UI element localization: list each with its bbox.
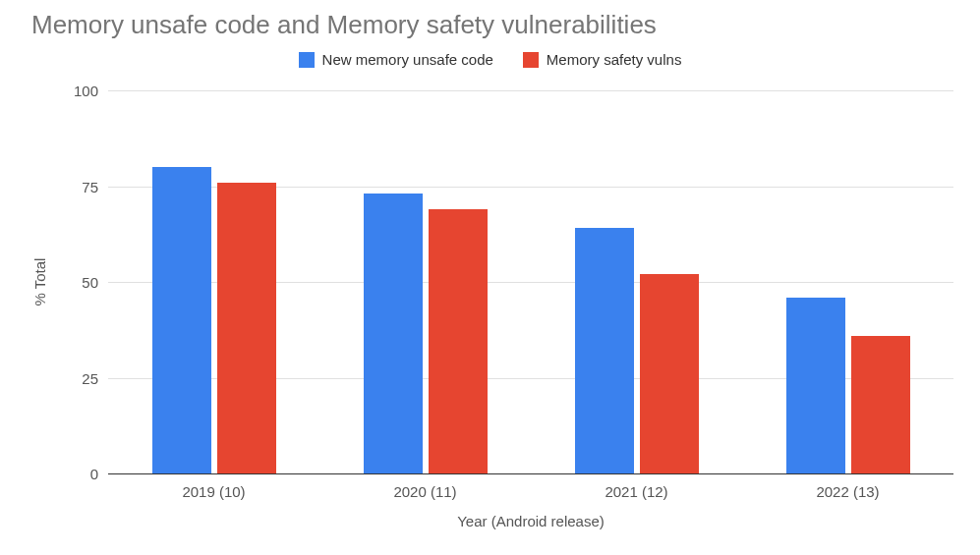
bar [217, 183, 276, 473]
legend-item-1: Memory safety vulns [523, 51, 682, 68]
x-tick-label: 2022 (13) [816, 483, 879, 500]
x-tick-label: 2019 (10) [182, 483, 245, 500]
legend: New memory unsafe code Memory safety vul… [0, 51, 980, 68]
y-tick-label: 50 [59, 274, 98, 291]
y-tick-label: 0 [59, 466, 98, 482]
legend-swatch-0 [299, 52, 315, 68]
legend-swatch-1 [523, 52, 539, 68]
x-tick-label: 2020 (11) [393, 483, 456, 500]
bar [851, 336, 910, 473]
gridline [108, 473, 953, 474]
y-tick-label: 75 [59, 178, 98, 194]
bar [364, 194, 423, 473]
x-axis-label: Year (Android release) [457, 513, 605, 529]
bars-container: 2019 (10)2020 (11)2021 (12)2022 (13) [108, 90, 953, 473]
chart-title: Memory unsafe code and Memory safety vul… [31, 10, 657, 40]
y-tick-label: 25 [59, 369, 98, 386]
legend-item-0: New memory unsafe code [299, 51, 493, 68]
bar [575, 228, 634, 473]
y-axis-label: % Total [31, 258, 48, 306]
x-tick-label: 2021 (12) [605, 483, 667, 500]
bar-chart: Memory unsafe code and Memory safety vul… [0, 0, 980, 555]
legend-label-1: Memory safety vulns [547, 51, 682, 68]
bar [429, 209, 488, 473]
bar [786, 298, 845, 473]
plot-area: 0255075100 2019 (10)2020 (11)2021 (12)20… [108, 90, 953, 473]
bar [640, 274, 699, 473]
bar [152, 167, 211, 473]
legend-label-0: New memory unsafe code [322, 51, 493, 68]
y-tick-label: 100 [59, 83, 98, 99]
